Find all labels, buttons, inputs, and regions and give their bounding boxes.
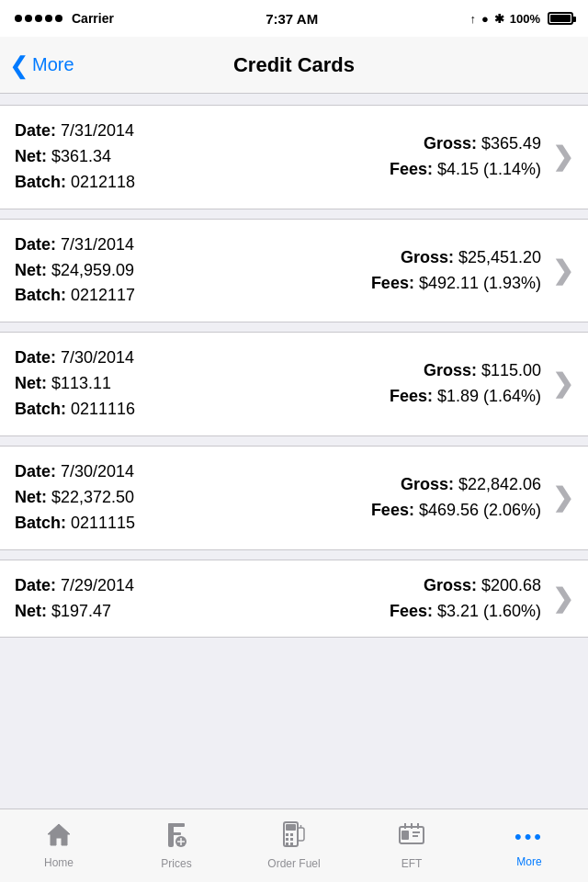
row-gross: Gross: $365.49 — [390, 131, 541, 157]
tab-home[interactable]: Home — [0, 809, 118, 882]
row-net: Net: $24,959.09 — [15, 258, 371, 284]
svg-rect-16 — [298, 828, 304, 841]
svg-rect-8 — [286, 824, 296, 831]
row-date: Date: 7/30/2014 — [15, 345, 390, 371]
back-label: More — [32, 54, 74, 75]
tab-more-label: More — [516, 855, 541, 868]
home-icon — [46, 822, 72, 853]
svg-rect-12 — [286, 838, 288, 841]
tab-eft[interactable]: EFT — [353, 809, 470, 882]
back-chevron-icon: ❮ — [9, 53, 29, 77]
bluetooth-icon: ✱ — [494, 12, 504, 26]
tab-bar: Home Prices — [0, 808, 588, 882]
row-gross: Gross: $25,451.20 — [371, 245, 541, 271]
row-net: Net: $22,372.50 — [15, 485, 371, 511]
row-fees: Fees: $1.89 (1.64%) — [390, 384, 541, 410]
row-fees: Fees: $469.56 (2.06%) — [371, 498, 541, 524]
order-fuel-icon — [281, 821, 307, 854]
row-gross: Gross: $22,842.06 — [371, 472, 541, 498]
row-date: Date: 7/29/2014 — [15, 573, 390, 599]
status-bar: Carrier 7:37 AM ↑ ● ✱ 100% — [0, 0, 588, 37]
svg-rect-14 — [286, 842, 288, 845]
nav-bar: ❮ More Credit Cards — [0, 37, 588, 94]
prices-icon — [164, 821, 188, 854]
page-title: Credit Cards — [233, 53, 355, 77]
svg-rect-15 — [290, 842, 293, 845]
row-gross: Gross: $200.68 — [390, 573, 541, 599]
chevron-right-icon: ❯ — [552, 485, 573, 511]
chevron-right-icon: ❯ — [552, 258, 573, 284]
row-fees: Fees: $3.21 (1.60%) — [390, 599, 541, 625]
content-area: Date: 7/31/2014 Net: $361.34 Batch: 0212… — [0, 94, 588, 720]
chevron-right-icon: ❯ — [552, 144, 573, 170]
row-date: Date: 7/30/2014 — [15, 459, 371, 485]
row-left: Date: 7/31/2014 Net: $361.34 Batch: 0212… — [15, 119, 390, 196]
row-date: Date: 7/31/2014 — [15, 119, 390, 144]
table-row[interactable]: Date: 7/30/2014 Net: $113.11 Batch: 0211… — [0, 332, 588, 436]
eft-icon — [398, 821, 425, 854]
tab-order-fuel-label: Order Fuel — [267, 857, 320, 870]
row-left: Date: 7/31/2014 Net: $24,959.09 Batch: 0… — [15, 232, 371, 310]
row-gross: Gross: $115.00 — [390, 358, 541, 384]
table-row[interactable]: Date: 7/29/2014 Net: $197.47 Gross: $200… — [0, 560, 588, 639]
table-row[interactable]: Date: 7/31/2014 Net: $24,959.09 Batch: 0… — [0, 219, 588, 323]
row-date: Date: 7/31/2014 — [15, 232, 371, 258]
row-batch: Batch: 0211115 — [15, 511, 371, 537]
tab-order-fuel[interactable]: Order Fuel — [235, 809, 353, 882]
status-left: Carrier — [15, 11, 114, 26]
row-fees: Fees: $492.11 (1.93%) — [371, 271, 541, 297]
svg-rect-13 — [290, 838, 293, 841]
svg-rect-10 — [286, 833, 288, 836]
tab-home-label: Home — [44, 856, 74, 869]
row-right: Gross: $22,842.06 Fees: $469.56 (2.06%) — [371, 472, 541, 524]
status-time: 7:37 AM — [266, 11, 318, 27]
svg-rect-19 — [401, 831, 409, 840]
battery-percent: 100% — [510, 12, 540, 26]
battery-icon — [548, 12, 573, 25]
row-net: Net: $197.47 — [15, 599, 390, 625]
svg-rect-3 — [168, 832, 181, 835]
row-left: Date: 7/30/2014 Net: $22,372.50 Batch: 0… — [15, 459, 371, 537]
row-left: Date: 7/30/2014 Net: $113.11 Batch: 0211… — [15, 345, 390, 423]
row-batch: Batch: 0211116 — [15, 397, 390, 423]
table-row[interactable]: Date: 7/30/2014 Net: $22,372.50 Batch: 0… — [0, 446, 588, 550]
tab-more[interactable]: ••• More — [470, 809, 588, 882]
row-right: Gross: $200.68 Fees: $3.21 (1.60%) — [390, 573, 541, 625]
chevron-right-icon: ❯ — [552, 371, 573, 397]
back-button[interactable]: ❮ More — [9, 53, 74, 77]
svg-marker-0 — [48, 824, 70, 845]
svg-rect-11 — [290, 833, 293, 836]
row-fees: Fees: $4.15 (1.14%) — [390, 157, 541, 183]
more-icon: ••• — [514, 823, 544, 852]
row-net: Net: $361.34 — [15, 144, 390, 170]
chevron-right-icon: ❯ — [552, 586, 573, 612]
carrier-text: Carrier — [72, 11, 114, 26]
row-right: Gross: $25,451.20 Fees: $492.11 (1.93%) — [371, 245, 541, 297]
clock-icon: ● — [481, 12, 489, 26]
tab-prices-label: Prices — [161, 857, 191, 870]
svg-rect-2 — [168, 823, 185, 827]
status-right: ↑ ● ✱ 100% — [469, 12, 573, 26]
row-right: Gross: $365.49 Fees: $4.15 (1.14%) — [390, 131, 541, 183]
row-net: Net: $113.11 — [15, 371, 390, 397]
location-icon: ↑ — [469, 12, 476, 26]
table-row[interactable]: Date: 7/31/2014 Net: $361.34 Batch: 0212… — [0, 105, 588, 209]
row-left: Date: 7/29/2014 Net: $197.47 — [15, 573, 390, 625]
tab-prices[interactable]: Prices — [118, 809, 235, 882]
row-batch: Batch: 0212118 — [15, 170, 390, 196]
row-batch: Batch: 0212117 — [15, 283, 371, 309]
signal-dots — [15, 15, 62, 22]
row-right: Gross: $115.00 Fees: $1.89 (1.64%) — [390, 358, 541, 410]
tab-eft-label: EFT — [401, 857, 423, 870]
